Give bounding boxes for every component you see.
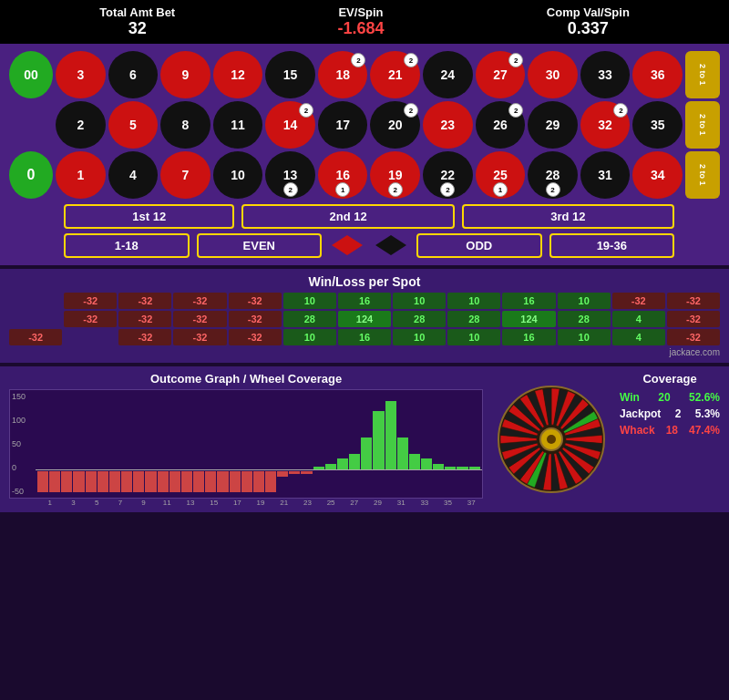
num-cell-17[interactable]: 17: [318, 101, 368, 149]
num-cell-22[interactable]: 222: [423, 151, 473, 199]
two-to-one-mid[interactable]: 2 to 1: [685, 101, 720, 149]
num-cell-31[interactable]: 31: [580, 151, 631, 199]
zero-cell[interactable]: 0: [9, 151, 53, 199]
dozen3-button[interactable]: 3rd 12: [462, 204, 674, 229]
wheel-svg: [497, 385, 606, 494]
num-cell-3[interactable]: 3: [56, 51, 106, 98]
num-cell-11[interactable]: 11: [213, 101, 263, 149]
wl-cell: 10: [447, 293, 500, 309]
outcome-title: Outcome Graph / Wheel Coverage: [9, 372, 483, 386]
num-cell-24[interactable]: 24: [423, 51, 473, 98]
betting-chip: 2: [283, 182, 298, 197]
comp-val-value: 0.337: [547, 19, 630, 38]
wl-cell: 28: [447, 311, 500, 327]
wl-cell: 10: [283, 293, 336, 309]
num-cell-7[interactable]: 7: [160, 151, 210, 199]
chart-bar: [181, 471, 192, 492]
total-amt-stat: Total Amt Bet 32: [99, 5, 175, 38]
stats-bar: Total Amt Bet 32 EV/Spin -1.684 Comp Val…: [0, 0, 729, 44]
x-axis-label: 35: [436, 499, 460, 507]
numbers-grid: 3691215182212242723033362581114217202232…: [56, 51, 683, 199]
wl-cell: 16: [502, 329, 555, 345]
num-cell-34[interactable]: 34: [632, 151, 683, 199]
wl-cell: 10: [558, 293, 611, 309]
betting-chip: 2: [404, 103, 418, 118]
whack-label: Whack: [620, 424, 655, 437]
chart-bar: [385, 401, 396, 469]
dozens-row: 1st 12 2nd 12 3rd 12: [9, 204, 720, 229]
chart-bar: [205, 471, 216, 492]
num-cell-29[interactable]: 29: [528, 101, 578, 149]
two-to-one-bot[interactable]: 2 to 1: [685, 151, 720, 199]
num-cell-9[interactable]: 9: [160, 51, 210, 98]
bet1936-button[interactable]: 19-36: [549, 233, 675, 258]
wl-row: -32-32-32-32101610101610-32-32: [9, 293, 720, 309]
two-to-one-top[interactable]: 2 to 1: [685, 51, 720, 98]
outcome-section: Outcome Graph / Wheel Coverage 150 100 5…: [0, 366, 729, 512]
whack-pct: 47.4%: [689, 424, 720, 437]
num-cell-13[interactable]: 132: [265, 151, 315, 199]
chart-bar: [433, 464, 444, 469]
num-cell-35[interactable]: 35: [632, 101, 683, 149]
chart-bar: [241, 471, 252, 492]
num-cell-2[interactable]: 2: [56, 101, 106, 149]
num-cell-15[interactable]: 15: [265, 51, 315, 98]
chart-bar: [445, 467, 456, 469]
num-cell-12[interactable]: 12: [213, 51, 263, 98]
num-cell-6[interactable]: 6: [108, 51, 159, 98]
betting-chip: 1: [335, 182, 350, 197]
num-cell-23[interactable]: 23: [423, 101, 473, 149]
comp-val-stat: Comp Val/Spin 0.337: [547, 5, 630, 38]
graph-area: Outcome Graph / Wheel Coverage 150 100 5…: [9, 372, 483, 507]
wl-cell: 28: [283, 311, 336, 327]
num-cell-30[interactable]: 30: [528, 51, 578, 98]
wl-cell: 4: [612, 329, 665, 345]
odd-button[interactable]: ODD: [416, 233, 542, 258]
x-axis-label: 9: [132, 499, 156, 507]
num-cell-19[interactable]: 192: [370, 151, 420, 199]
num-cell-27[interactable]: 272: [476, 51, 526, 98]
wl-cell: 124: [338, 311, 391, 327]
svg-marker-1: [375, 235, 406, 255]
chart-bar: [361, 438, 372, 469]
betting-chip: 1: [493, 182, 508, 197]
num-cell-26[interactable]: 262: [476, 101, 526, 149]
num-cell-5[interactable]: 5: [108, 101, 159, 149]
chart-bar: [349, 454, 360, 469]
num-cell-36[interactable]: 36: [632, 51, 683, 98]
even-button[interactable]: EVEN: [197, 233, 323, 258]
total-amt-label: Total Amt Bet: [99, 5, 175, 19]
num-cell-33[interactable]: 33: [580, 51, 631, 98]
chart-bar: [49, 471, 60, 492]
num-cell-25[interactable]: 251: [476, 151, 526, 199]
num-cell-21[interactable]: 212: [370, 51, 420, 98]
num-cell-16[interactable]: 161: [318, 151, 368, 199]
num-cell-18[interactable]: 182: [318, 51, 368, 98]
chart-bar: [61, 471, 72, 492]
win-pct: 52.6%: [689, 391, 720, 404]
num-cell-10[interactable]: 10: [213, 151, 263, 199]
bet118-button[interactable]: 1-18: [64, 233, 190, 258]
num-cell-14[interactable]: 142: [265, 101, 315, 149]
num-cell-20[interactable]: 202: [370, 101, 420, 149]
winloss-section: Win/Loss per Spot -32-32-32-321016101016…: [0, 269, 729, 363]
ev-spin-label: EV/Spin: [337, 5, 384, 19]
dozen1-button[interactable]: 1st 12: [64, 204, 234, 229]
x-axis-label: 23: [296, 499, 320, 507]
num-cell-8[interactable]: 8: [160, 101, 210, 149]
double-zero-cell[interactable]: 00: [9, 51, 53, 98]
chart-bar: [217, 471, 228, 492]
wl-cell: 4: [612, 311, 665, 327]
dozen2-button[interactable]: 2nd 12: [241, 204, 454, 229]
x-axis-label: 33: [413, 499, 436, 507]
coverage-win-row: Win 20 52.6%: [620, 391, 720, 404]
black-diamond[interactable]: [373, 232, 409, 258]
num-cell-32[interactable]: 322: [580, 101, 631, 149]
num-cell-1[interactable]: 1: [56, 151, 106, 199]
wl-row: -32-32-32-321016101016104-32: [9, 329, 720, 345]
zero-column: 00 0: [9, 51, 53, 199]
betting-chip: 2: [508, 103, 523, 118]
num-cell-28[interactable]: 282: [528, 151, 578, 199]
red-diamond[interactable]: [329, 232, 365, 258]
num-cell-4[interactable]: 4: [108, 151, 159, 199]
